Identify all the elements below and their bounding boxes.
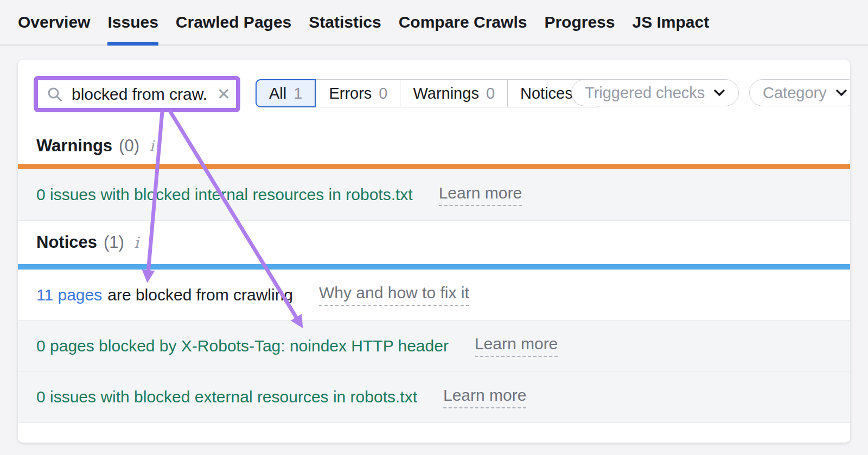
filter-notices-label: Notices <box>520 85 573 102</box>
issue-text: are blocked from crawling <box>107 286 293 304</box>
filter-warnings-label: Warnings <box>413 85 478 102</box>
filter-all[interactable]: All 1 <box>256 79 316 107</box>
pages-count-link[interactable]: 11 pages <box>36 286 102 304</box>
issue-row-blocked-from-crawling: 11 pages are blocked from crawling Why a… <box>18 270 850 321</box>
notices-section-header: Notices (1) i <box>18 221 850 264</box>
filter-all-label: All <box>269 85 286 102</box>
warnings-count: (0) <box>119 136 139 156</box>
clear-search-icon[interactable]: ✕ <box>217 86 231 102</box>
issue-text: 0 issues with blocked external resources… <box>36 388 417 406</box>
triggered-checks-label: Triggered checks <box>585 84 705 102</box>
category-dropdown[interactable]: Category <box>749 79 850 106</box>
tab-crawled-pages[interactable]: Crawled Pages <box>176 0 291 44</box>
filter-all-count: 1 <box>293 85 302 102</box>
card-footer <box>18 423 850 443</box>
tab-issues[interactable]: Issues <box>107 0 158 44</box>
filter-warnings-count: 0 <box>486 85 495 102</box>
issue-row-blocked-internal: 0 issues with blocked internal resources… <box>18 169 850 221</box>
tab-compare-crawls[interactable]: Compare Crawls <box>399 0 527 44</box>
issue-text: 0 issues with blocked internal resources… <box>36 185 413 204</box>
info-icon[interactable]: i <box>134 234 139 252</box>
notices-severity-bar <box>18 264 850 270</box>
learn-more-link[interactable]: Learn more <box>443 386 526 408</box>
issues-toolbar: ✕ All 1 Errors 0 Warnings 0 Notices 1 Tr… <box>18 60 850 133</box>
notices-title: Notices <box>36 233 97 252</box>
search-box[interactable]: ✕ <box>34 76 240 112</box>
filter-errors-label: Errors <box>329 85 372 102</box>
triggered-checks-dropdown[interactable]: Triggered checks <box>571 79 739 106</box>
warnings-title: Warnings <box>36 136 112 156</box>
issue-text: 0 pages blocked by X-Robots-Tag: noindex… <box>36 337 449 355</box>
tab-js-impact[interactable]: JS Impact <box>632 0 709 44</box>
why-how-to-fix-link[interactable]: Why and how to fix it <box>319 284 469 306</box>
filter-errors-count: 0 <box>379 85 387 102</box>
issue-row-x-robots-tag: 0 pages blocked by X-Robots-Tag: noindex… <box>18 321 850 371</box>
chevron-down-icon <box>835 89 847 97</box>
info-icon[interactable]: i <box>149 137 154 155</box>
tab-progress[interactable]: Progress <box>544 0 615 44</box>
tab-statistics[interactable]: Statistics <box>309 0 381 44</box>
notices-count: (1) <box>104 233 124 252</box>
tab-overview[interactable]: Overview <box>18 0 90 44</box>
search-icon <box>47 86 63 102</box>
learn-more-link[interactable]: Learn more <box>439 184 522 206</box>
warnings-section-header: Warnings (0) i <box>18 133 850 164</box>
warnings-severity-bar <box>18 164 850 169</box>
search-input[interactable] <box>72 85 206 104</box>
category-label: Category <box>763 84 827 102</box>
filter-errors[interactable]: Errors 0 <box>316 80 400 107</box>
learn-more-link[interactable]: Learn more <box>475 335 558 357</box>
issue-row-blocked-external: 0 issues with blocked external resources… <box>18 371 850 423</box>
severity-filter: All 1 Errors 0 Warnings 0 Notices 1 <box>256 79 602 107</box>
issues-panel: ✕ All 1 Errors 0 Warnings 0 Notices 1 Tr… <box>18 60 850 443</box>
chevron-down-icon <box>713 89 725 97</box>
filter-warnings[interactable]: Warnings 0 <box>400 80 507 107</box>
top-navigation: Overview Issues Crawled Pages Statistics… <box>0 0 868 46</box>
